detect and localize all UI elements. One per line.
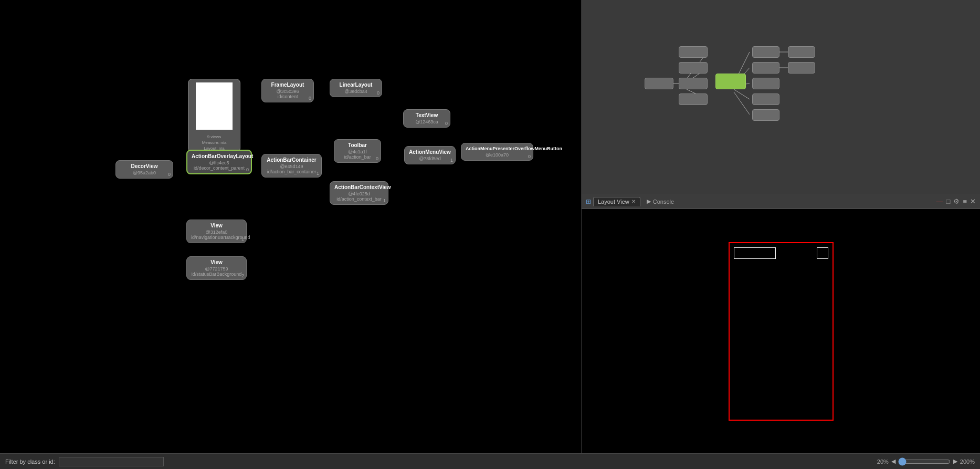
console-tab-label: Console bbox=[653, 199, 674, 205]
layout-view-tab[interactable]: Layout View ✕ bbox=[593, 197, 640, 206]
layout-phone-outline bbox=[729, 242, 834, 421]
maximize-icon[interactable]: □ bbox=[946, 197, 951, 205]
linear-layout-node[interactable]: LinearLayout @3edcba4 0 bbox=[330, 79, 382, 97]
action-bar-container-node[interactable]: ActionBarContainer @e45d149 id/action_ba… bbox=[261, 154, 322, 178]
mini-node-11 bbox=[788, 62, 815, 74]
view-menu-icon[interactable]: ≡ bbox=[963, 197, 967, 205]
mini-node-10 bbox=[788, 46, 815, 58]
connectors-svg bbox=[0, 0, 157, 79]
mini-node-left bbox=[645, 78, 673, 89]
layout-view-content bbox=[582, 209, 980, 453]
zoom-max-label: 200% bbox=[960, 458, 975, 465]
device-screen bbox=[196, 82, 233, 130]
layout-view-icon: ⊞ bbox=[586, 198, 591, 205]
svg-line-20 bbox=[734, 89, 750, 99]
mini-node-1 bbox=[679, 46, 708, 58]
action-bar-context-node[interactable]: ActionBarContextView @4fe025d id/action_… bbox=[330, 181, 388, 205]
device-preview-node[interactable]: 9 viewsMeasure: n/aLayout: n/aDraw: n/a bbox=[188, 79, 240, 152]
settings-icon[interactable]: ⚙ bbox=[953, 197, 960, 205]
filter-label: Filter by class or id: bbox=[5, 458, 55, 465]
console-tab[interactable]: ▶ Console bbox=[642, 197, 678, 206]
right-bottom-panel: ⊞ Layout View ✕ ▶ Console — □ ⚙ ≡ ✕ bbox=[582, 194, 980, 453]
mini-node-6 bbox=[752, 62, 779, 74]
layout-phone-top-bar bbox=[734, 247, 776, 259]
close-panel-icon[interactable]: ✕ bbox=[970, 197, 976, 205]
left-panel: DecorView @95a2ab0 0 9 viewsMeasure: n/a… bbox=[0, 0, 581, 453]
layout-view-tab-label: Layout View bbox=[598, 199, 629, 205]
main-area: DecorView @95a2ab0 0 9 viewsMeasure: n/a… bbox=[0, 0, 980, 453]
mini-node-4 bbox=[679, 93, 708, 105]
action-bar-overlay-node[interactable]: ActionBarOverlayLayout @ffc4ec5 id/decor… bbox=[186, 150, 252, 174]
zoom-left-icon[interactable]: ◀ bbox=[891, 458, 895, 465]
mini-node-2 bbox=[679, 62, 708, 74]
mini-node-3 bbox=[679, 78, 708, 89]
toolbar-node[interactable]: Toolbar @4c1a1f id/action_bar 0 bbox=[334, 139, 381, 163]
right-panel: ⊞ Layout View ✕ ▶ Console — □ ⚙ ≡ ✕ bbox=[581, 0, 980, 453]
mini-node-8 bbox=[752, 93, 779, 105]
mini-node-9 bbox=[752, 109, 779, 121]
action-menu-presenter-node[interactable]: ActionMenuPresenterOverflowMenuButton @e… bbox=[461, 143, 533, 161]
zoom-right-icon[interactable]: ▶ bbox=[953, 458, 957, 465]
layout-phone-top-action bbox=[817, 247, 828, 259]
header-icons: — □ ⚙ ≡ ✕ bbox=[936, 197, 976, 205]
mini-node-5 bbox=[752, 46, 779, 58]
mini-node-active bbox=[715, 74, 746, 89]
text-view-node[interactable]: TextView @12463ca 0 bbox=[403, 109, 450, 128]
minimize-icon[interactable]: — bbox=[936, 197, 943, 205]
zoom-slider[interactable] bbox=[898, 457, 951, 466]
svg-line-21 bbox=[734, 92, 750, 114]
layout-view-close-icon[interactable]: ✕ bbox=[631, 199, 636, 204]
layout-view-header: ⊞ Layout View ✕ ▶ Console — □ ⚙ ≡ ✕ bbox=[582, 194, 980, 209]
status-bar: Filter by class or id: 20% ◀ ▶ 200% bbox=[0, 453, 980, 469]
view-status-node[interactable]: View @7721759 id/statusBarBackground 2 bbox=[186, 256, 247, 280]
zoom-percent-label: 20% bbox=[877, 458, 889, 465]
action-menu-view-node[interactable]: ActionMenuView @78fd5ed 1 bbox=[404, 146, 456, 164]
right-top-panel bbox=[582, 0, 980, 194]
filter-input[interactable] bbox=[59, 457, 164, 466]
console-icon: ▶ bbox=[647, 198, 651, 205]
frame-layout-node[interactable]: FrameLayout @3c5c3e6 id/content 0 bbox=[261, 79, 314, 102]
decor-view-node[interactable]: DecorView @95a2ab0 0 bbox=[115, 160, 173, 179]
mini-node-7 bbox=[752, 78, 779, 89]
status-bar-right: 20% ◀ ▶ 200% bbox=[877, 457, 975, 466]
mini-connectors bbox=[582, 0, 980, 194]
view-nav-node[interactable]: View @312efa0 id/navigationBarBackground… bbox=[186, 220, 247, 243]
status-bar-left: Filter by class or id: bbox=[5, 457, 872, 466]
